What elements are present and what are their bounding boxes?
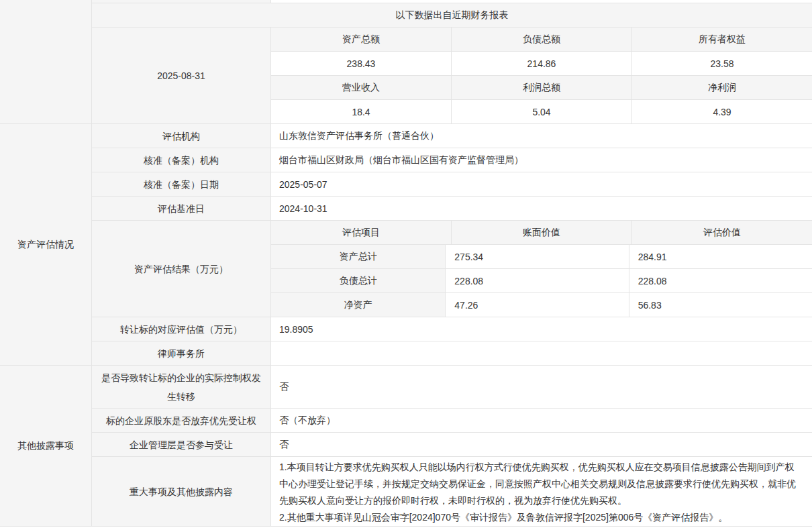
row-label: 评估机构 xyxy=(92,124,271,148)
row-label: 企业管理层是否参与受让 xyxy=(92,433,271,456)
eval-book-value-cell: 228.08 xyxy=(446,269,629,292)
fin-metric-value: 18.4 xyxy=(271,100,452,123)
row-value xyxy=(271,341,812,365)
financial-section: 以下数据出自近期财务报表 2025-08-31 资产总额 负债总额 所有者权益 … xyxy=(0,0,812,124)
section-label-asset-evaluation: 资产评估情况 xyxy=(0,124,92,366)
fin-metric-header: 利润总额 xyxy=(452,76,632,99)
table-row: 核准（备案）日期 2025-05-07 xyxy=(92,172,812,197)
row-value: 否 xyxy=(271,433,812,456)
fin-metric-value: 23.58 xyxy=(632,52,812,75)
financial-data-body: 2025-08-31 资产总额 负债总额 所有者权益 238.43 214.86… xyxy=(92,28,812,124)
financial-section-cell xyxy=(0,0,92,124)
row-label: 评估基准日 xyxy=(92,197,271,220)
table-row: 转让标的对应评估值（万元） 19.8905 xyxy=(92,317,812,341)
fin-metric-header: 负债总额 xyxy=(452,28,632,51)
financial-data-header: 以下数据出自近期财务报表 xyxy=(92,3,812,28)
listing-detail-table: 以下数据出自近期财务报表 2025-08-31 资产总额 负债总额 所有者权益 … xyxy=(0,0,812,532)
eval-assessed-value-cell: 56.83 xyxy=(629,293,812,317)
eval-table-header: 评估价值 xyxy=(632,221,812,244)
row-value: 烟台市福山区财政局（烟台市福山区国有资产监督管理局） xyxy=(271,148,812,172)
row-value: 2025-05-07 xyxy=(271,172,812,196)
table-row: 资产总额 负债总额 所有者权益 xyxy=(271,28,812,52)
table-row: 律师事务所 xyxy=(92,341,812,366)
row-label: 是否导致转让标的企业的实际控制权发生转移 xyxy=(92,366,271,408)
row-label: 转让标的对应评估值（万元） xyxy=(92,317,271,341)
eval-item-cell: 净资产 xyxy=(271,293,446,317)
eval-book-value-cell: 275.34 xyxy=(446,245,629,268)
row-value: 否 xyxy=(271,366,812,408)
fin-metric-value: 5.04 xyxy=(452,100,632,123)
table-row: 238.43 214.86 23.58 xyxy=(271,52,812,76)
row-label: 律师事务所 xyxy=(92,341,271,365)
eval-table-header: 评估项目 xyxy=(271,221,452,244)
fin-metric-value: 4.39 xyxy=(632,100,812,123)
row-value: 山东敦信资产评估事务所（普通合伙） xyxy=(271,124,812,148)
disclosure-item: 2.其他重大事项详见山冠会审字[2024]070号《审计报告》及鲁敦信评报字[2… xyxy=(279,509,803,526)
eval-item-cell: 资产总计 xyxy=(271,245,446,268)
table-row: 评估基准日 2024-10-31 xyxy=(92,197,812,221)
eval-assessed-value-cell: 284.91 xyxy=(629,245,812,268)
eval-table-header: 账面价值 xyxy=(452,221,632,244)
other-disclosure-section: 其他披露事项 是否导致转让标的企业的实际控制权发生转移 否 标的企业原股东是否放… xyxy=(0,366,812,527)
row-label: 核准（备案）机构 xyxy=(92,148,271,172)
row-label: 资产评估结果（万元） xyxy=(92,221,271,317)
fin-metric-header: 营业收入 xyxy=(271,76,452,99)
major-disclosure-row: 重大事项及其他披露内容 1.本项目转让方要求优先购买权人只能以场内行权方式行使优… xyxy=(92,457,812,527)
eval-book-value-cell: 47.26 xyxy=(446,293,629,317)
table-row: 净资产 47.26 56.83 xyxy=(271,293,812,317)
table-row: 核准（备案）机构 烟台市福山区财政局（烟台市福山区国有资产监督管理局） xyxy=(92,148,812,172)
row-value: 2024-10-31 xyxy=(271,197,812,220)
table-row: 企业管理层是否参与受让 否 xyxy=(92,433,812,457)
table-row: 负债总计 228.08 228.08 xyxy=(271,269,812,293)
row-label: 核准（备案）日期 xyxy=(92,172,271,196)
major-disclosure-paragraph: 1.本项目转让方要求优先购买权人只能以场内行权方式行使优先购买权，优先购买权人应… xyxy=(271,457,812,526)
row-value: 否（不放弃） xyxy=(271,409,812,432)
fin-metric-header: 资产总额 xyxy=(271,28,452,51)
fin-metric-value: 238.43 xyxy=(271,52,452,75)
evaluation-result-row: 资产评估结果（万元） 评估项目 账面价值 评估价值 资产总计 275.34 28… xyxy=(92,221,812,317)
row-label: 重大事项及其他披露内容 xyxy=(92,457,271,526)
report-date-cell: 2025-08-31 xyxy=(92,28,271,124)
table-row: 标的企业原股东是否放弃优先受让权 否（不放弃） xyxy=(92,409,812,433)
section-label-other-disclosure: 其他披露事项 xyxy=(0,366,92,527)
table-row: 评估机构 山东敦信资产评估事务所（普通合伙） xyxy=(92,124,812,148)
eval-assessed-value-cell: 228.08 xyxy=(629,269,812,292)
fin-metric-header: 净利润 xyxy=(632,76,812,99)
table-row: 营业收入 利润总额 净利润 xyxy=(271,76,812,100)
row-label: 标的企业原股东是否放弃优先受让权 xyxy=(92,409,271,432)
evaluation-result-table: 评估项目 账面价值 评估价值 资产总计 275.34 284.91 负债总计 2… xyxy=(271,221,812,317)
asset-evaluation-section: 资产评估情况 评估机构 山东敦信资产评估事务所（普通合伙） 核准（备案）机构 烟… xyxy=(0,124,812,366)
financial-metrics-table: 资产总额 负债总额 所有者权益 238.43 214.86 23.58 营业收入… xyxy=(271,28,812,124)
table-row: 18.4 5.04 4.39 xyxy=(271,100,812,124)
table-row: 资产总计 275.34 284.91 xyxy=(271,245,812,269)
fin-metric-value: 214.86 xyxy=(452,52,632,75)
row-value: 19.8905 xyxy=(271,317,812,341)
table-row: 评估项目 账面价值 评估价值 xyxy=(271,221,812,245)
disclosure-item: 1.本项目转让方要求优先购买权人只能以场内行权方式行使优先购买权，优先购买权人应… xyxy=(279,459,803,509)
eval-item-cell: 负债总计 xyxy=(271,269,446,292)
table-row: 是否导致转让标的企业的实际控制权发生转移 否 xyxy=(92,366,812,409)
fin-metric-header: 所有者权益 xyxy=(632,28,812,51)
